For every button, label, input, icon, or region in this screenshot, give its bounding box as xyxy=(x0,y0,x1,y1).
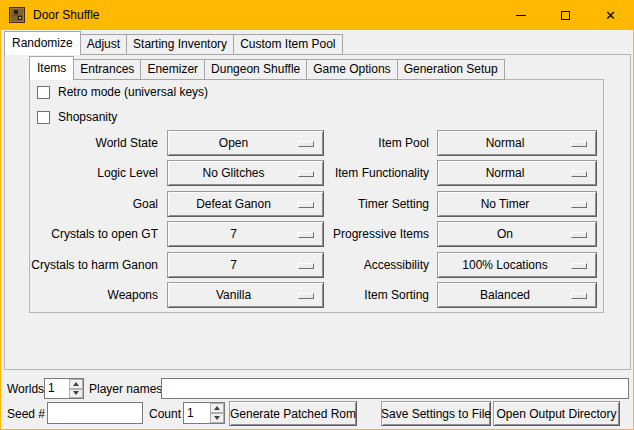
generate-patched-rom-button[interactable]: Generate Patched Rom xyxy=(229,401,357,426)
optionmenu-indicator-icon xyxy=(571,171,587,177)
window-controls: ✕ xyxy=(498,0,633,30)
arrow-up-icon xyxy=(73,382,79,386)
item-pool-dropdown[interactable]: Normal xyxy=(437,130,597,156)
worlds-label: Worlds xyxy=(7,379,44,399)
door-icon xyxy=(9,7,25,23)
spin-down-button[interactable] xyxy=(69,389,83,399)
weapons-label: Weapons xyxy=(37,282,158,308)
retro-mode-label: Retro mode (universal keys) xyxy=(58,85,208,99)
titlebar[interactable]: Door Shuffle ✕ xyxy=(1,0,633,30)
crystals-gt-value: 7 xyxy=(230,227,237,241)
minimize-button[interactable] xyxy=(498,0,543,30)
world-state-dropdown[interactable]: Open xyxy=(167,130,324,156)
logic-level-dropdown[interactable]: No Glitches xyxy=(167,160,324,186)
maximize-button[interactable] xyxy=(543,0,588,30)
door-shuffle-window: Door Shuffle ✕ Randomize Adjust Starting… xyxy=(0,0,634,430)
logic-level-value: No Glitches xyxy=(202,166,264,180)
progressive-items-value: On xyxy=(497,227,513,241)
retro-mode-row: Retro mode (universal keys) xyxy=(37,85,208,99)
arrow-down-icon xyxy=(73,391,79,395)
maximize-icon xyxy=(561,11,570,20)
shopsanity-checkbox[interactable] xyxy=(37,111,50,124)
logic-level-label: Logic Level xyxy=(37,160,158,186)
tab-adjust[interactable]: Adjust xyxy=(80,34,127,55)
item-functionality-dropdown[interactable]: Normal xyxy=(437,160,597,186)
weapons-dropdown[interactable]: Vanilla xyxy=(167,282,324,308)
world-state-label: World State xyxy=(37,130,158,156)
optionmenu-indicator-icon xyxy=(571,202,587,208)
minimize-icon xyxy=(516,15,526,16)
optionmenu-indicator-icon xyxy=(571,263,587,269)
crystals-ganon-label: Crystals to harm Ganon xyxy=(23,252,158,278)
tab-custom-item-pool[interactable]: Custom Item Pool xyxy=(233,34,342,55)
tab-randomize[interactable]: Randomize xyxy=(4,31,81,55)
timer-setting-dropdown[interactable]: No Timer xyxy=(437,191,597,217)
close-icon: ✕ xyxy=(605,9,616,22)
item-sorting-label: Item Sorting xyxy=(307,282,429,308)
crystals-gt-label: Crystals to open GT xyxy=(37,221,158,247)
weapons-value: Vanilla xyxy=(216,288,251,302)
accessibility-value: 100% Locations xyxy=(462,258,547,272)
crystals-gt-dropdown[interactable]: 7 xyxy=(167,221,324,247)
goal-dropdown[interactable]: Defeat Ganon xyxy=(167,191,324,217)
item-sorting-dropdown[interactable]: Balanced xyxy=(437,282,597,308)
worlds-value: 1 xyxy=(45,379,69,398)
tab-items[interactable]: Items xyxy=(29,56,74,80)
item-pool-label: Item Pool xyxy=(307,130,429,156)
world-state-value: Open xyxy=(219,136,248,150)
timer-setting-value: No Timer xyxy=(481,197,530,211)
open-output-directory-button[interactable]: Open Output Directory xyxy=(493,401,620,426)
spin-up-button[interactable] xyxy=(210,403,224,413)
progressive-items-label: Progressive Items xyxy=(307,221,429,247)
optionmenu-indicator-icon xyxy=(571,141,587,147)
worlds-spinbox[interactable]: 1 xyxy=(44,378,84,399)
seed-input[interactable] xyxy=(47,402,143,424)
item-sorting-value: Balanced xyxy=(480,288,530,302)
tab-entrances[interactable]: Entrances xyxy=(73,59,141,80)
shopsanity-label: Shopsanity xyxy=(58,110,117,124)
seed-label: Seed # xyxy=(7,404,45,424)
outer-tabbar: Randomize Adjust Starting Inventory Cust… xyxy=(4,31,343,55)
window-title: Door Shuffle xyxy=(33,8,100,22)
count-value: 1 xyxy=(184,403,210,423)
retro-mode-checkbox[interactable] xyxy=(37,86,50,99)
item-pool-value: Normal xyxy=(486,136,525,150)
shopsanity-row: Shopsanity xyxy=(37,110,117,124)
close-button[interactable]: ✕ xyxy=(588,0,633,30)
item-functionality-value: Normal xyxy=(486,166,525,180)
accessibility-dropdown[interactable]: 100% Locations xyxy=(437,252,597,278)
player-names-label: Player names xyxy=(89,379,162,399)
count-spin-buttons xyxy=(210,403,224,423)
count-spinbox[interactable]: 1 xyxy=(183,402,225,424)
arrow-down-icon xyxy=(214,416,220,420)
goal-label: Goal xyxy=(37,191,158,217)
item-functionality-label: Item Functionality xyxy=(307,160,429,186)
optionmenu-indicator-icon xyxy=(571,232,587,238)
progressive-items-dropdown[interactable]: On xyxy=(437,221,597,247)
tab-dungeon-shuffle[interactable]: Dungeon Shuffle xyxy=(204,59,307,80)
inner-tabbar: Items Entrances Enemizer Dungeon Shuffle… xyxy=(29,56,505,80)
count-label: Count xyxy=(149,404,181,424)
spin-up-button[interactable] xyxy=(69,379,83,389)
spin-down-button[interactable] xyxy=(210,413,224,423)
goal-value: Defeat Ganon xyxy=(196,197,271,211)
worlds-spin-buttons xyxy=(69,379,83,398)
tab-enemizer[interactable]: Enemizer xyxy=(140,59,205,80)
accessibility-label: Accessibility xyxy=(307,252,429,278)
tab-generation-setup[interactable]: Generation Setup xyxy=(397,59,505,80)
arrow-up-icon xyxy=(214,406,220,410)
crystals-ganon-dropdown[interactable]: 7 xyxy=(167,252,324,278)
save-settings-button[interactable]: Save Settings to File xyxy=(381,401,491,426)
optionmenu-indicator-icon xyxy=(571,293,587,299)
timer-setting-label: Timer Setting xyxy=(307,191,429,217)
player-names-input[interactable] xyxy=(161,378,629,399)
crystals-ganon-value: 7 xyxy=(230,258,237,272)
tab-starting-inventory[interactable]: Starting Inventory xyxy=(126,34,234,55)
tab-game-options[interactable]: Game Options xyxy=(306,59,397,80)
